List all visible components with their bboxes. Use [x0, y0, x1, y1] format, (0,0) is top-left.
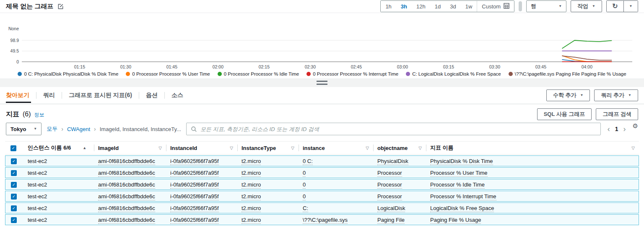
- table-row[interactable]: ✓test-ec2ami-0f6816cbdffbdde6ci-0fa96025…: [5, 191, 639, 202]
- legend-item[interactable]: C: LogicalDisk LogicalDisk % Free Space: [406, 71, 501, 76]
- cell-value-image_id[interactable]: ami-0f6816cbdffbdde6c: [98, 217, 155, 224]
- legend-item[interactable]: 0 C: PhysicalDisk PhysicalDisk % Disk Ti…: [18, 71, 118, 76]
- tab-2[interactable]: 그래프로 표시된 지표(6): [62, 87, 139, 104]
- info-link[interactable]: 정보: [34, 111, 44, 118]
- cell-value-image_id[interactable]: ami-0f6816cbdffbdde6c: [98, 193, 155, 200]
- tab-3[interactable]: 옵션: [139, 87, 164, 104]
- column-header-4[interactable]: instance▽: [299, 141, 373, 155]
- cell-value-metric[interactable]: LogicalDisk % Free Space: [430, 205, 494, 212]
- select-all-checkbox[interactable]: ✓: [10, 145, 16, 151]
- cell-value-instance_type[interactable]: t2.micro: [242, 158, 261, 165]
- search-input[interactable]: [200, 126, 596, 132]
- legend-item[interactable]: \??\C:\pagefile.sys Paging File Paging F…: [509, 71, 626, 76]
- cell-value-objectname[interactable]: PhysicalDisk: [377, 158, 408, 165]
- legend-item[interactable]: 0 Processor Processor % Interrupt Time: [306, 71, 398, 76]
- cell-value-metric[interactable]: Processor % User Time: [430, 170, 488, 177]
- cell-value-instance[interactable]: 0: [303, 170, 306, 177]
- filter-icon[interactable]: ▽: [631, 146, 635, 150]
- time-range-1d[interactable]: 1d: [430, 1, 445, 12]
- cell-value-instance[interactable]: \??\C:\pagefile.sys: [303, 217, 348, 224]
- row-checkbox[interactable]: ✓: [11, 217, 17, 223]
- cell-value-instance_id[interactable]: i-0fa96025f66f7a95f: [170, 205, 219, 212]
- filter-icon[interactable]: ▽: [366, 146, 369, 150]
- filter-icon[interactable]: ▽: [158, 146, 162, 150]
- edit-icon[interactable]: [57, 3, 64, 10]
- legend-item[interactable]: 0 Processor Processor % Idle Time: [218, 71, 299, 76]
- table-row[interactable]: ✓test-ec2ami-0f6816cbdffbdde6ci-0fa96025…: [5, 155, 639, 166]
- row-checkbox[interactable]: ✓: [11, 182, 17, 188]
- table-row[interactable]: ✓test-ec2ami-0f6816cbdffbdde6ci-0fa96025…: [5, 167, 639, 178]
- column-header-3[interactable]: InstanceType▽: [237, 141, 299, 155]
- cell-value-instance_type[interactable]: t2.micro: [242, 205, 261, 212]
- column-header-1[interactable]: ImageId▽: [94, 141, 166, 155]
- row-checkbox[interactable]: ✓: [11, 205, 17, 211]
- table-row[interactable]: ✓test-ec2ami-0f6816cbdffbdde6ci-0fa96025…: [5, 202, 639, 213]
- time-range-1h[interactable]: 1h: [381, 1, 396, 12]
- row-checkbox[interactable]: ✓: [11, 194, 17, 200]
- cell-value-metric[interactable]: Processor % Interrupt Time: [430, 193, 496, 200]
- prev-page-button[interactable]: ‹: [608, 125, 610, 133]
- cell-value-instance_type[interactable]: t2.micro: [242, 170, 261, 177]
- graph-type-select[interactable]: 행 ▼: [526, 0, 566, 12]
- breadcrumb-item[interactable]: 모두: [47, 125, 57, 133]
- next-page-button[interactable]: ›: [623, 125, 626, 133]
- row-checkbox[interactable]: ✓: [11, 158, 17, 164]
- cell-value-objectname[interactable]: Paging File: [377, 217, 405, 224]
- filter-icon[interactable]: ▽: [291, 146, 294, 150]
- tab-1[interactable]: 쿼리: [36, 87, 62, 104]
- column-header-5[interactable]: objectname▽: [373, 141, 426, 155]
- cell-value-instance_id[interactable]: i-0fa96025f66f7a95f: [170, 181, 219, 189]
- time-range-3d[interactable]: 3d: [445, 1, 460, 12]
- tab-4[interactable]: 소스: [165, 87, 190, 104]
- cell-value-instance_id[interactable]: i-0fa96025f66f7a95f: [170, 217, 219, 224]
- breadcrumb-item[interactable]: CWAgent: [67, 126, 90, 132]
- cell-value-objectname[interactable]: Processor: [377, 193, 402, 200]
- time-range-3h[interactable]: 3h: [396, 1, 412, 12]
- table-row[interactable]: ✓test-ec2ami-0f6816cbdffbdde6ci-0fa96025…: [5, 179, 639, 190]
- refresh-options-button[interactable]: ▼: [623, 1, 638, 12]
- cell-value-instance[interactable]: 0: [303, 181, 306, 189]
- row-checkbox[interactable]: ✓: [11, 170, 17, 176]
- cell-value-metric[interactable]: Paging File % Usage: [430, 217, 481, 224]
- cell-value-objectname[interactable]: LogicalDisk: [377, 205, 405, 212]
- cell-value-image_id[interactable]: ami-0f6816cbdffbdde6c: [98, 205, 155, 212]
- sort-ascending-icon[interactable]: ▲: [83, 146, 86, 150]
- cell-value-instance[interactable]: 0 C:: [303, 158, 313, 165]
- add-math-button[interactable]: 수학 추가 ▼: [546, 89, 590, 101]
- split-handle[interactable]: [0, 79, 644, 87]
- app: { "icons": { "caret_down": "▼", "sort_as…: [0, 0, 644, 226]
- cell-value-instance_type[interactable]: t2.micro: [242, 217, 261, 224]
- cell-value-metric[interactable]: PhysicalDisk % Disk Time: [430, 158, 493, 165]
- sql-graph-button[interactable]: SQL 사용 그래프: [537, 108, 592, 120]
- column-header-2[interactable]: InstanceId▽: [166, 141, 237, 155]
- time-range-12h[interactable]: 12h: [412, 1, 430, 12]
- cell-value-instance[interactable]: 0: [303, 193, 306, 200]
- cell-value-instance_id[interactable]: i-0fa96025f66f7a95f: [170, 170, 219, 177]
- cell-value-objectname[interactable]: Processor: [377, 181, 402, 189]
- filter-icon[interactable]: ▽: [230, 146, 233, 150]
- column-header-6[interactable]: 지표 이름▽: [426, 141, 639, 155]
- custom-range-button[interactable]: Custom: [477, 1, 514, 12]
- cell-value-image_id[interactable]: ami-0f6816cbdffbdde6c: [98, 181, 155, 189]
- region-select[interactable]: Tokyo ▼: [6, 123, 42, 135]
- add-query-button[interactable]: 쿼리 추가 ▼: [594, 89, 638, 101]
- cell-value-instance_type[interactable]: t2.micro: [242, 181, 261, 189]
- graph-search-button[interactable]: 그래프 검색: [596, 108, 638, 120]
- cell-value-objectname[interactable]: Processor: [377, 170, 402, 177]
- cell-value-instance_type[interactable]: t2.micro: [242, 193, 261, 200]
- table-row[interactable]: ✓test-ec2ami-0f6816cbdffbdde6ci-0fa96025…: [5, 214, 639, 225]
- cell-value-image_id[interactable]: ami-0f6816cbdffbdde6c: [98, 158, 155, 165]
- actions-button[interactable]: 작업 ▼: [571, 0, 602, 12]
- tab-0[interactable]: 찾아보기: [6, 87, 36, 104]
- cell-value-instance_id[interactable]: i-0fa96025f66f7a95f: [170, 193, 219, 200]
- legend-item[interactable]: 0 Processor Processor % User Time: [126, 71, 210, 76]
- filter-icon[interactable]: ▽: [418, 146, 422, 150]
- settings-gear-icon[interactable]: ⚙: [633, 122, 638, 130]
- refresh-button[interactable]: ↻: [607, 1, 623, 12]
- column-header-0[interactable]: 인스턴스 이름 6/6▲: [23, 141, 94, 155]
- time-range-1w[interactable]: 1w: [461, 1, 477, 12]
- cell-value-metric[interactable]: Processor % Idle Time: [430, 181, 485, 189]
- cell-value-instance_id[interactable]: i-0fa96025f66f7a95f: [170, 158, 219, 165]
- cell-value-instance[interactable]: C:: [303, 205, 308, 212]
- cell-value-image_id[interactable]: ami-0f6816cbdffbdde6c: [98, 170, 155, 177]
